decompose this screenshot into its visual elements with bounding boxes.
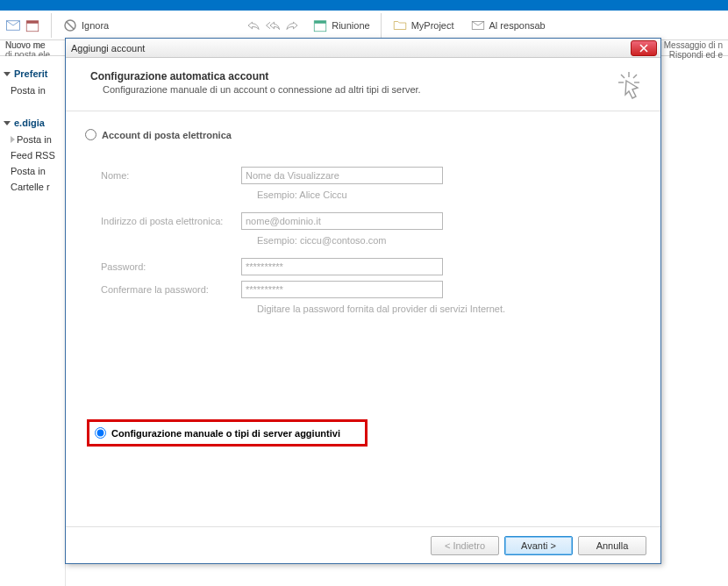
ribbon-myproject[interactable]: MyProject	[411, 20, 454, 31]
radio-email-label: Account di posta elettronica	[102, 130, 232, 140]
name-example: Esempio: Alice Ciccu	[257, 189, 641, 200]
calendar-icon	[25, 18, 40, 33]
cancel-button[interactable]: Annulla	[578, 536, 646, 555]
radio-manual-label: Configurazione manuale o tipi di server …	[111, 428, 340, 439]
meeting-icon	[312, 18, 328, 33]
radio-email-account[interactable]: Account di posta elettronica	[85, 129, 641, 140]
ribbon-ignore[interactable]: Ignora	[82, 20, 109, 31]
password-hint: Digitare la password fornita dal provide…	[257, 304, 641, 314]
ribbon-newmail-l1b: Nuovo me	[5, 40, 50, 50]
email-input	[241, 212, 443, 230]
dialog-title: Aggiungi account	[69, 43, 631, 54]
email-label: Indirizzo di posta elettronica:	[101, 216, 241, 226]
svg-line-13	[621, 75, 625, 78]
confirm-input	[241, 281, 443, 298]
sidebar-item[interactable]: Posta in	[4, 82, 61, 98]
reply-icon	[246, 18, 261, 33]
dialog-header: Configurazione automatica account Config…	[66, 58, 660, 111]
radio-manual-highlight: Configurazione manuale o tipi di server …	[87, 419, 368, 447]
confirm-label: Confermare la password:	[101, 284, 241, 295]
sidebar-item[interactable]: Posta in	[4, 163, 61, 179]
sidebar-favorites[interactable]: Preferit	[4, 68, 61, 79]
sidebar-item[interactable]: Posta in	[4, 132, 61, 147]
email-example: Esempio: ciccu@contoso.com	[257, 235, 641, 246]
radio-email-input[interactable]	[85, 129, 96, 140]
folder-icon	[392, 18, 408, 33]
name-label: Nome:	[101, 170, 241, 181]
ignore-icon	[62, 18, 78, 33]
mail-small-icon	[470, 18, 486, 33]
back-button: < Indietro	[431, 536, 499, 555]
password-input	[241, 258, 443, 275]
radio-manual-input[interactable]	[95, 427, 106, 439]
mail-icon	[5, 18, 21, 33]
password-label: Password:	[101, 261, 241, 272]
forward-icon	[284, 18, 300, 33]
svg-rect-6	[314, 20, 326, 23]
ribbon-to-manager[interactable]: Al responsab	[489, 20, 546, 31]
add-account-dialog: Aggiungi account Configurazione automati…	[65, 38, 661, 564]
close-button[interactable]	[631, 40, 657, 56]
sidebar-account[interactable]: e.digia	[4, 118, 61, 128]
ribbon-meeting[interactable]: Riunione	[332, 20, 369, 31]
nav-sidebar: Preferit Posta in e.digia Posta in Feed …	[0, 56, 66, 586]
sidebar-item[interactable]: Cartelle r	[4, 179, 61, 195]
name-input	[241, 167, 443, 184]
header-subtitle: Configurazione manuale di un account o c…	[90, 84, 613, 95]
ribbon: Ignora Riunione MyProject Al responsab	[0, 11, 728, 40]
account-form: Nome: Esempio: Alice Ciccu Indirizzo di …	[101, 167, 641, 314]
dialog-footer: < Indietro Avanti > Annulla	[66, 526, 660, 563]
header-title: Configurazione automatica account	[90, 70, 613, 82]
svg-rect-2	[26, 20, 39, 23]
svg-line-4	[67, 21, 75, 29]
next-button[interactable]: Avanti >	[504, 536, 573, 555]
sidebar-item[interactable]: Feed RSS	[4, 147, 61, 163]
dialog-titlebar: Aggiungi account	[66, 39, 660, 58]
reply-all-icon	[265, 18, 281, 33]
cursor-click-icon	[613, 70, 645, 102]
svg-line-14	[633, 75, 637, 78]
